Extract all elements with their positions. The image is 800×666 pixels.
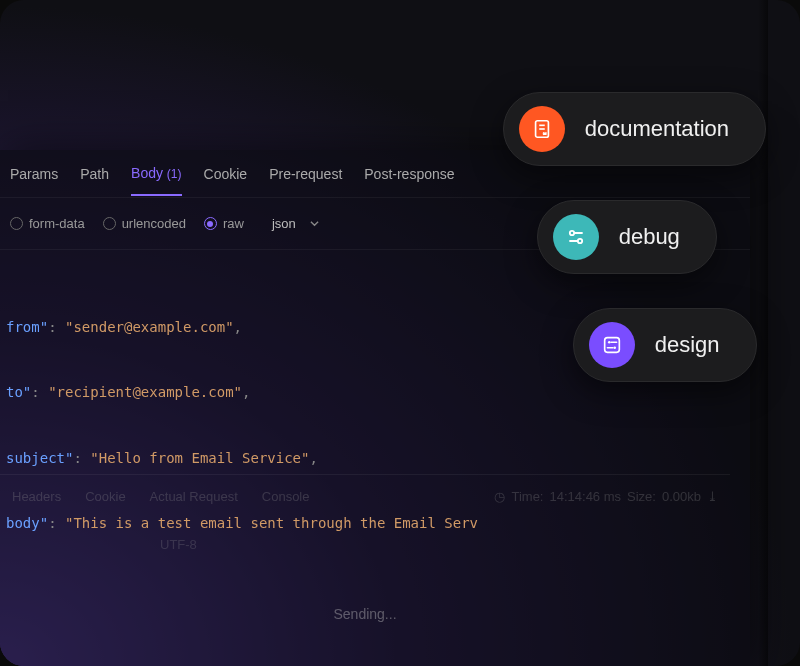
response-tabs: Headers Cookie Actual Request Console ◷ …: [0, 474, 730, 512]
radio-raw-label: raw: [223, 216, 244, 231]
response-tab-cookie[interactable]: Cookie: [85, 489, 125, 504]
response-tab-headers[interactable]: Headers: [12, 489, 61, 504]
tab-pre-request[interactable]: Pre-request: [269, 166, 342, 195]
app-container: Params Path Body (1) Cookie Pre-request …: [0, 0, 800, 666]
code-line: subject": "Hello from Email Service",: [0, 448, 750, 470]
svg-point-6: [608, 341, 611, 344]
download-icon: ⤓: [707, 489, 718, 504]
sending-status: Sending...: [0, 606, 730, 622]
radio-raw[interactable]: raw: [204, 216, 244, 231]
svg-point-3: [569, 231, 573, 235]
response-tab-console[interactable]: Console: [262, 489, 310, 504]
format-select[interactable]: json: [262, 212, 329, 235]
tab-body[interactable]: Body (1): [131, 165, 181, 196]
debug-icon: [553, 214, 599, 260]
encoding-label: UTF-8: [160, 537, 197, 552]
radio-form-data-label: form-data: [29, 216, 85, 231]
pill-debug-label: debug: [619, 224, 680, 250]
svg-point-4: [577, 239, 581, 243]
svg-rect-5: [604, 338, 619, 353]
pill-design[interactable]: design: [573, 308, 757, 382]
radio-form-data[interactable]: form-data: [10, 216, 85, 231]
chevron-down-icon: [310, 219, 319, 228]
svg-point-8: [613, 346, 616, 349]
format-select-value: json: [272, 216, 296, 231]
radio-urlencoded-label: urlencoded: [122, 216, 186, 231]
pill-documentation-label: documentation: [585, 116, 729, 142]
design-icon: [589, 322, 635, 368]
pill-debug[interactable]: debug: [537, 200, 717, 274]
code-line: body": "This is a test email sent throug…: [0, 513, 750, 535]
tab-post-response[interactable]: Post-response: [364, 166, 454, 195]
documentation-icon: [519, 106, 565, 152]
response-status: ◷ Time: 14:14:46 ms Size: 0.00kb ⤓: [494, 489, 718, 504]
tab-params[interactable]: Params: [10, 166, 58, 195]
tab-cookie[interactable]: Cookie: [204, 166, 248, 195]
clock-icon: ◷: [494, 489, 505, 504]
tab-path[interactable]: Path: [80, 166, 109, 195]
response-tab-actual-request[interactable]: Actual Request: [150, 489, 238, 504]
pill-design-label: design: [655, 332, 720, 358]
pill-documentation[interactable]: documentation: [503, 92, 766, 166]
feature-pills: documentation debug: [503, 92, 766, 382]
radio-urlencoded[interactable]: urlencoded: [103, 216, 186, 231]
tab-body-label: Body: [131, 165, 163, 181]
code-line: to": "recipient@example.com",: [0, 382, 750, 404]
tab-body-count: (1): [167, 167, 182, 181]
